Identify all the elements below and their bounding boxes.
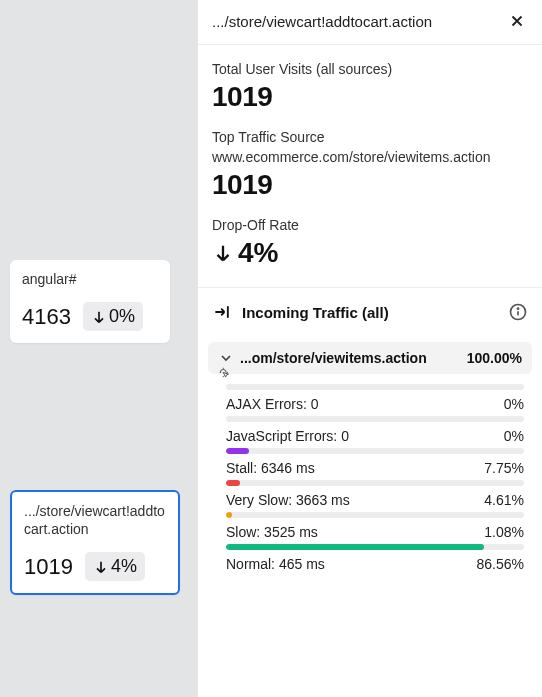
flow-node-delta-badge: 4% <box>85 552 145 581</box>
metric-pct: 0% <box>504 396 524 412</box>
arrow-down-icon <box>91 309 107 325</box>
metric-label: AJAX Errors: 0 <box>226 396 319 412</box>
flow-node-value: 1019 <box>24 554 73 580</box>
total-visits-value: 1019 <box>212 81 528 113</box>
arrow-down-icon <box>93 559 109 575</box>
drop-off-value: 4% <box>238 237 278 269</box>
top-source-label: Top Traffic Source <box>212 129 528 145</box>
metric-row: Slow: 3525 ms1.08% <box>226 524 524 540</box>
metric-item: Normal: 465 ms86.56% <box>226 544 524 572</box>
metric-row: Stall: 6346 ms7.75% <box>226 460 524 476</box>
metric-item: Very Slow: 3663 ms4.61% <box>226 480 524 508</box>
arrow-down-icon <box>212 242 234 264</box>
incoming-traffic-label: Incoming Traffic (all) <box>242 304 498 321</box>
drop-off-value-row: 4% <box>212 237 528 269</box>
metric-label: Slow: 3525 ms <box>226 524 318 540</box>
expand-toggle[interactable] <box>218 350 234 366</box>
total-visits-label: Total User Visits (all sources) <box>212 61 528 77</box>
metric-row: JavaScript Errors: 00% <box>226 428 524 444</box>
details-panel: .../store/viewcart!addtocart.action Tota… <box>198 0 542 697</box>
top-source-value: 1019 <box>212 169 528 201</box>
flow-node-delta: 4% <box>111 556 137 577</box>
panel-body: Total User Visits (all sources) 1019 Top… <box>198 45 542 287</box>
info-button[interactable] <box>508 302 528 322</box>
metric-bar <box>226 544 524 550</box>
metric-pct: 4.61% <box>484 492 524 508</box>
flow-node-angular[interactable]: angular# 4163 0% <box>10 260 170 343</box>
metric-label: Stall: 6346 ms <box>226 460 315 476</box>
metric-row: AJAX Errors: 00% <box>226 396 524 412</box>
panel-header: .../store/viewcart!addtocart.action <box>198 0 542 45</box>
close-button[interactable] <box>506 10 528 32</box>
metrics-list: AJAX Errors: 00%JavaScript Errors: 00%St… <box>198 374 542 574</box>
traffic-source-row[interactable]: ...om/store/viewitems.action 100.00% <box>208 342 532 374</box>
metric-bar <box>226 480 524 486</box>
traffic-source-pct: 100.00% <box>467 350 522 366</box>
metric-item: Stall: 6346 ms7.75% <box>226 448 524 476</box>
cursor-icon <box>218 364 232 382</box>
metric-bar-fill <box>226 448 249 454</box>
top-source-url: www.ecommerce.com/store/viewitems.action <box>212 149 528 165</box>
flow-node-delta-badge: 0% <box>83 302 143 331</box>
drop-off-label: Drop-Off Rate <box>212 217 528 233</box>
metric-bar <box>226 416 524 422</box>
panel-title: .../store/viewcart!addtocart.action <box>212 13 432 30</box>
metric-row: Normal: 465 ms86.56% <box>226 556 524 572</box>
metric-bar-fill <box>226 512 232 518</box>
flow-canvas: angular# 4163 0% .../store/viewcart!addt… <box>0 0 198 697</box>
flow-node-title: .../store/viewcart!addtocart.action <box>24 502 166 538</box>
metric-label: Normal: 465 ms <box>226 556 325 572</box>
metric-bar <box>226 512 524 518</box>
metric-item: JavaScript Errors: 00% <box>226 416 524 444</box>
metric-pct: 0% <box>504 428 524 444</box>
metric-bar-fill <box>226 544 484 550</box>
metric-bar-fill <box>226 480 240 486</box>
flow-node-title: angular# <box>22 270 158 288</box>
metric-item: AJAX Errors: 00% <box>226 384 524 412</box>
metric-bar <box>226 384 524 390</box>
metric-item: Slow: 3525 ms1.08% <box>226 512 524 540</box>
metric-pct: 7.75% <box>484 460 524 476</box>
flow-node-viewcart[interactable]: .../store/viewcart!addtocart.action 1019… <box>10 490 180 595</box>
metric-label: Very Slow: 3663 ms <box>226 492 350 508</box>
metric-bar <box>226 448 524 454</box>
metric-pct: 86.56% <box>477 556 524 572</box>
flow-node-delta: 0% <box>109 306 135 327</box>
incoming-traffic-row: Incoming Traffic (all) <box>198 287 542 336</box>
traffic-source-name: ...om/store/viewitems.action <box>240 350 461 366</box>
flow-node-value: 4163 <box>22 304 71 330</box>
incoming-icon <box>212 302 232 322</box>
metric-pct: 1.08% <box>484 524 524 540</box>
close-icon <box>508 12 526 30</box>
metric-row: Very Slow: 3663 ms4.61% <box>226 492 524 508</box>
svg-point-2 <box>517 308 518 309</box>
info-icon <box>508 302 528 322</box>
metric-label: JavaScript Errors: 0 <box>226 428 349 444</box>
